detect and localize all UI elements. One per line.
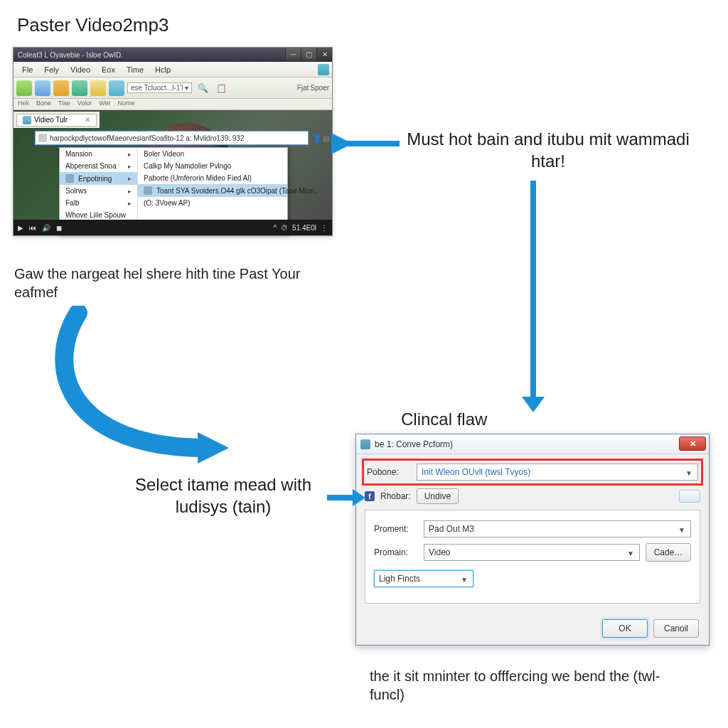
page-heading: Paster Video2mp3 — [17, 14, 168, 36]
search-label-1: Fjat — [297, 84, 309, 92]
context-item-enpotining[interactable]: Enpotining — [60, 172, 137, 185]
dialog-pobone-row: Pobone: Init Wleon OUvll (twsl Tvyos) ▼ — [365, 461, 700, 483]
address-icon-2[interactable]: ▤ — [323, 134, 329, 142]
address-text: harpockpdlyctowofMaeorvesianfSoafito-12 … — [50, 134, 245, 142]
browser-titlebar: Coleat3 L Oyavebie - Isloe OwID. ─ ▢ ✕ — [14, 48, 332, 62]
annotation-select: Select itame mead with ludisys (tain) — [109, 473, 337, 518]
toolbar-icon-2[interactable] — [35, 80, 50, 96]
tab-strip: Vidieo Tulr ✕ — [14, 112, 100, 128]
label-nome: Nome — [118, 100, 135, 109]
up-icon[interactable]: ^ — [273, 224, 277, 232]
menu-file[interactable]: Fle — [16, 64, 38, 75]
context-item-mansion[interactable]: Mansion — [60, 148, 137, 160]
label-wer: Wer — [99, 100, 110, 109]
ok-button[interactable]: OK — [602, 619, 648, 638]
submenu-item-3[interactable]: Paborte (Umferorin Mideo Fied Al) — [138, 172, 287, 184]
tab-label: Vidieo Tulr — [34, 116, 68, 124]
submenu-item-4[interactable]: Toant SYA Svoiders.O44 glk cO3Oipat (Taa… — [138, 184, 287, 197]
promain-combo[interactable]: Video ▼ — [424, 544, 640, 561]
prev-icon[interactable]: ⏮ — [29, 224, 36, 232]
submenu-item-icon — [144, 186, 152, 195]
menu-help[interactable]: Hclp — [149, 64, 176, 75]
back-button[interactable]: ← — [18, 132, 31, 144]
minimize-button[interactable]: ─ — [285, 48, 301, 60]
address-icon-1[interactable]: 👤 — [313, 134, 321, 142]
promain-value: Video — [429, 547, 450, 557]
play-icon[interactable]: ▶ — [18, 224, 23, 232]
vol-icon[interactable]: 🔊 — [42, 224, 50, 232]
time-icon: ⏱ — [281, 224, 288, 232]
dialog-titlebar: be 1: Conve Pcform) ✕ — [356, 434, 709, 454]
ligh-value: Ligh Fincts — [379, 574, 420, 584]
undive-button[interactable]: Undive — [417, 488, 459, 504]
dialog-rhobar-row: f Rhobar: Undive — [365, 488, 700, 504]
submenu-item-1[interactable]: Boler Videon — [138, 148, 287, 160]
menu-eox[interactable]: Eox — [96, 64, 121, 75]
pobone-combo[interactable]: Init Wleon OUvll (twsl Tvyos) ▼ — [417, 464, 698, 481]
context-item-falb[interactable]: Falb — [60, 197, 137, 209]
arrow-right-to-browser — [331, 128, 402, 164]
video-time: 51.4E0l — [292, 224, 316, 232]
video-viewport: Vidieo Tulr ✕ ← harpockpdlyctowofMaeorve… — [14, 110, 332, 235]
stop-icon[interactable]: ◼ — [56, 224, 62, 232]
pobone-value: Init Wleon OUvll (twsl Tvyos) — [422, 467, 530, 477]
tab-close-icon[interactable]: ✕ — [85, 116, 90, 124]
address-row: ← harpockpdlyctowofMaeorvesianfSoafito-1… — [18, 130, 329, 146]
toolbar-icon-extra[interactable]: 📋 — [213, 80, 229, 96]
search-icon[interactable]: 🔍 — [195, 80, 210, 96]
chevron-down-icon: ▼ — [459, 574, 470, 585]
dialog-caption: the it sit mninter to offfercing we bend… — [370, 667, 697, 704]
ligh-combo[interactable]: Ligh Fincts ▼ — [374, 570, 473, 587]
label-volor: Volor — [77, 100, 92, 109]
address-bar[interactable]: harpockpdlyctowofMaeorvesianfSoafito-12 … — [35, 131, 309, 145]
toolbar-icon-3[interactable] — [53, 80, 69, 96]
arrow-curved-left — [50, 306, 235, 469]
context-item-solrws[interactable]: Solrws — [60, 185, 137, 197]
proment-combo[interactable]: Pad Out M3 ▼ — [424, 520, 691, 537]
dialog-close-button[interactable]: ✕ — [679, 437, 706, 451]
toolbar-icon-5[interactable] — [90, 80, 106, 96]
toolbar-icon-6[interactable] — [109, 80, 124, 96]
cade-button[interactable]: Cade… — [646, 543, 691, 562]
label-tise: Tise — [58, 100, 70, 109]
menu-time[interactable]: Time — [121, 64, 149, 75]
video-controls: ▶ ⏮ 🔊 ◼ ^ ⏱ 51.4E0l ⋮ — [14, 220, 332, 235]
arrow-select-to-dialog — [324, 483, 367, 512]
browser-window: Coleat3 L Oyavebie - Isloe OwID. ─ ▢ ✕ F… — [13, 47, 333, 236]
annotation-right: Must hot bain and itubu mit wammadi htar… — [402, 128, 694, 172]
search-label-2: Spoer — [310, 84, 329, 92]
dialog-title: be 1: Conve Pcform) — [375, 439, 453, 449]
toggle-icon[interactable] — [679, 490, 700, 503]
maximize-button[interactable]: ▢ — [301, 48, 316, 60]
submenu-item-2[interactable]: Calkp My Namdolier Pvlngo — [138, 160, 287, 172]
pobone-label: Pobone: — [367, 467, 411, 477]
dialog-title-icon — [360, 439, 370, 449]
address-favicon-icon — [38, 134, 47, 142]
browser-toolbar: ese Tcluoct...l-1'l ▾ 🔍 📋 Fjat Spoer — [14, 77, 332, 99]
toolbar-icon-4[interactable] — [72, 80, 87, 96]
toolbar-dropdown[interactable]: ese Tcluoct...l-1'l ▾ — [127, 82, 192, 93]
browser-tab[interactable]: Vidieo Tulr ✕ — [16, 114, 97, 127]
proment-label: Proment: — [374, 524, 418, 534]
toolbar-dropdown-text: ese Tcluoct...l-1'l — [131, 84, 183, 92]
menu-video[interactable]: Video — [65, 64, 96, 75]
toolbar-icon-1[interactable] — [16, 80, 32, 96]
context-item-snoa[interactable]: Abperenst Snoa — [60, 160, 137, 172]
menu-icon[interactable]: ⋮ — [321, 224, 328, 232]
tab-favicon-icon — [23, 116, 31, 124]
toolbar-label-row: Hek Bone Tise Volor Wer Nome — [14, 99, 332, 110]
close-button[interactable]: ✕ — [316, 48, 332, 60]
promain-label: Promain: — [374, 547, 418, 557]
browser-title: Coleat3 L Oyavebie - Isloe OwID. — [18, 51, 123, 59]
proment-value: Pad Out M3 — [429, 524, 474, 534]
chevron-down-icon: ▼ — [683, 467, 695, 478]
menu-corner-icon — [318, 64, 329, 75]
submenu-item-5[interactable]: (O: 3Voew AP) — [138, 197, 287, 209]
menu-fely[interactable]: Fely — [38, 64, 65, 75]
browser-menubar: Fle Fely Video Eox Time Hclp — [14, 62, 332, 77]
label-bone: Bone — [36, 100, 51, 109]
rhobar-label: Rhobar: — [380, 491, 411, 501]
cancel-button[interactable]: Canoil — [653, 619, 699, 638]
context-item-icon — [65, 174, 74, 183]
dialog-footer: OK Canoil — [356, 612, 709, 645]
